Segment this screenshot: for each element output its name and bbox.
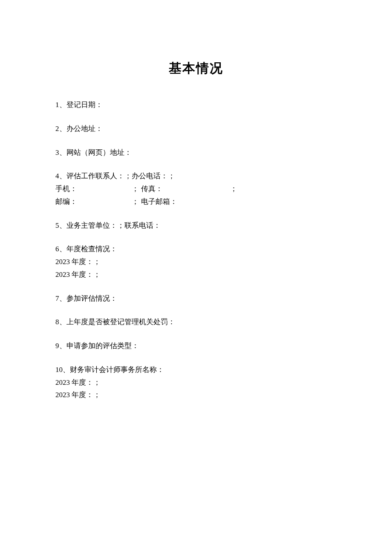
item-1: 1、登记日期： [55, 99, 337, 111]
item-6-label: 6、年度检查情况： [55, 243, 337, 256]
page-title: 基本情况 [55, 60, 337, 77]
item-4-postcode-label: 邮编： [55, 195, 130, 208]
item-6-year2: 2023 年度：； [55, 268, 337, 281]
item-6-year1: 2023 年度：； [55, 256, 337, 268]
item-7: 7、参加评估情况： [55, 292, 337, 305]
item-5: 5、业务主管单位：；联系电话： [55, 219, 337, 232]
item-4-sep2: ； [230, 185, 237, 193]
item-4-fax-label: 传真： [141, 183, 228, 195]
item-3-label: 3、网站（网页）地址： [55, 148, 132, 157]
item-1-label: 1、登记日期： [55, 101, 103, 109]
item-5-label: 5、业务主管单位：；联系电话： [55, 221, 161, 230]
item-10-label: 10、财务审计会计师事务所名称： [55, 363, 337, 376]
item-4-email-label: 电子邮箱： [141, 195, 177, 208]
item-4-sep1: ； [132, 185, 139, 193]
item-4-label: 4、评估工作联系人：；办公电话：； [55, 170, 337, 183]
item-9: 9、申请参加的评估类型： [55, 340, 337, 352]
page-container: 基本情况 1、登记日期： 2、办公地址： 3、网站（网页）地址： 4、评估工作联… [0, 0, 392, 401]
item-2-label: 2、办公地址： [55, 125, 103, 133]
item-4-phone-label: 手机： [55, 183, 130, 195]
item-10: 10、财务审计会计师事务所名称： 2023 年度：； 2023 年度：； [55, 363, 337, 401]
item-4: 4、评估工作联系人：；办公电话：； 手机： ； 传真： ； 邮编： ； 电子邮箱… [55, 170, 337, 208]
item-2: 2、办公地址： [55, 122, 337, 135]
item-9-label: 9、申请参加的评估类型： [55, 342, 139, 350]
item-8: 8、上年度是否被登记管理机关处罚： [55, 316, 337, 328]
item-10-year2: 2023 年度：； [55, 389, 337, 401]
item-10-year1: 2023 年度：； [55, 376, 337, 389]
item-7-label: 7、参加评估情况： [55, 294, 117, 302]
item-3: 3、网站（网页）地址： [55, 146, 337, 159]
item-4-sep3: ； [132, 198, 139, 206]
item-8-label: 8、上年度是否被登记管理机关处罚： [55, 318, 175, 326]
item-6: 6、年度检查情况： 2023 年度：； 2023 年度：； [55, 243, 337, 281]
